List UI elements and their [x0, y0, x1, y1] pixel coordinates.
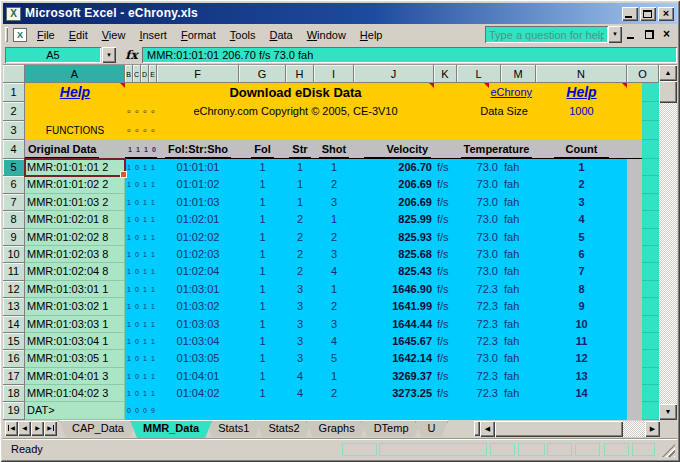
- cell-G15[interactable]: 1: [239, 333, 286, 350]
- cell-D6[interactable]: 1: [141, 176, 149, 193]
- cell-M6[interactable]: fah: [501, 176, 536, 193]
- cell-H14[interactable]: 3: [286, 316, 314, 333]
- cell-J16[interactable]: 1642.14: [354, 350, 434, 367]
- row-header-10[interactable]: 10: [3, 246, 25, 263]
- cell-I7[interactable]: 3: [314, 194, 354, 211]
- cell-E12[interactable]: 1: [149, 281, 157, 298]
- cell-A19[interactable]: DAT>: [25, 402, 125, 419]
- cell-O14[interactable]: [642, 316, 659, 333]
- select-all-corner[interactable]: [3, 65, 25, 83]
- cell-K16[interactable]: f/s: [434, 350, 457, 367]
- cell-I15[interactable]: 4: [314, 333, 354, 350]
- cell-G5[interactable]: 1: [239, 159, 286, 176]
- workbook-restore-button[interactable]: [642, 27, 657, 42]
- scroll-down-button[interactable]: ▼: [659, 404, 677, 420]
- cell-row2-E[interactable]: o: [149, 102, 157, 121]
- cell-O6[interactable]: [642, 176, 659, 193]
- column-header-E[interactable]: E: [149, 65, 157, 83]
- cell-D18[interactable]: 1: [141, 385, 149, 402]
- cell-C10[interactable]: 0: [133, 246, 141, 263]
- cell-E8[interactable]: 1: [149, 211, 157, 228]
- cell-E18[interactable]: 1: [149, 385, 157, 402]
- cell-M11[interactable]: fah: [501, 263, 536, 280]
- cell-O8[interactable]: [642, 211, 659, 228]
- cell-F3-J3[interactable]: [157, 121, 434, 140]
- cell-D9[interactable]: 1: [141, 229, 149, 246]
- cell-C6[interactable]: 0: [133, 176, 141, 193]
- cell-B9[interactable]: 1: [125, 229, 133, 246]
- cell-B10[interactable]: 1: [125, 246, 133, 263]
- column-header-F[interactable]: F: [157, 65, 239, 83]
- cell-A11[interactable]: MMR:01:02:04 8: [25, 263, 125, 280]
- cell-K3-M3[interactable]: [434, 121, 536, 140]
- cell-J13[interactable]: 1641.99: [354, 298, 434, 315]
- cell-F8[interactable]: 01:02:01: [157, 211, 239, 228]
- cell-K12[interactable]: f/s: [434, 281, 457, 298]
- resize-grip[interactable]: [662, 444, 675, 457]
- sheet-tab-cap_data[interactable]: CAP_Data: [59, 420, 137, 437]
- cell-K17[interactable]: f/s: [434, 368, 457, 385]
- cell-row4-B[interactable]: 1: [125, 140, 133, 158]
- cell-G16[interactable]: 1: [239, 350, 286, 367]
- cell-K6[interactable]: f/s: [434, 176, 457, 193]
- scroll-left-button[interactable]: ◀: [480, 421, 495, 437]
- cell-F18[interactable]: 01:04:02: [157, 385, 239, 402]
- cell-row4-D[interactable]: 1: [141, 140, 149, 158]
- cell-B16[interactable]: 1: [125, 350, 133, 367]
- cell-row3-B[interactable]: o: [125, 121, 133, 140]
- row-header-8[interactable]: 8: [3, 211, 25, 228]
- header-original-data[interactable]: Original Data: [25, 140, 125, 159]
- cell-F15[interactable]: 01:03:04: [157, 333, 239, 350]
- cell-I17[interactable]: 1: [314, 368, 354, 385]
- functions-label[interactable]: FUNCTIONS: [25, 121, 125, 140]
- cell-N12[interactable]: 8: [536, 281, 627, 298]
- cell-J12[interactable]: 1646.90: [354, 281, 434, 298]
- cell-A17[interactable]: MMR:01:04:01 3: [25, 368, 125, 385]
- cell-M16[interactable]: fah: [501, 350, 536, 367]
- row-header-12[interactable]: 12: [3, 281, 25, 298]
- row-header-11[interactable]: 11: [3, 263, 25, 280]
- cell-D7[interactable]: 1: [141, 194, 149, 211]
- cell-L15[interactable]: 72.3: [457, 333, 501, 350]
- cell-D12[interactable]: 1: [141, 281, 149, 298]
- cell-D10[interactable]: 1: [141, 246, 149, 263]
- sheet-tab-dtemp[interactable]: DTemp: [361, 420, 422, 437]
- cell-N1-help-link[interactable]: Help: [536, 83, 627, 102]
- cell-N17[interactable]: 13: [536, 368, 627, 385]
- cell-H8[interactable]: 2: [286, 211, 314, 228]
- cell-K15[interactable]: f/s: [434, 333, 457, 350]
- cell-N7[interactable]: 3: [536, 194, 627, 211]
- cell-H15[interactable]: 3: [286, 333, 314, 350]
- cell-K11[interactable]: f/s: [434, 263, 457, 280]
- cell-J15[interactable]: 1645.67: [354, 333, 434, 350]
- sheet-tab-graphs[interactable]: Graphs: [306, 420, 368, 437]
- cell-B1-E1[interactable]: [125, 83, 157, 102]
- column-header-H[interactable]: H: [286, 65, 314, 83]
- cell-E17[interactable]: 1: [149, 368, 157, 385]
- cell-L13[interactable]: 72.3: [457, 298, 501, 315]
- cell-E10[interactable]: 1: [149, 246, 157, 263]
- cell-M12[interactable]: fah: [501, 281, 536, 298]
- cell-M13[interactable]: fah: [501, 298, 536, 315]
- cell-N14[interactable]: 10: [536, 316, 627, 333]
- cell-C7[interactable]: 0: [133, 194, 141, 211]
- column-header-B[interactable]: B: [125, 65, 133, 83]
- cell-C8[interactable]: 0: [133, 211, 141, 228]
- vertical-scrollbar[interactable]: ▲ ▼: [659, 65, 677, 420]
- cell-B5[interactable]: 1: [125, 159, 133, 176]
- cell-F14[interactable]: 01:03:03: [157, 316, 239, 333]
- cell-I16[interactable]: 5: [314, 350, 354, 367]
- cell-O15[interactable]: [642, 333, 659, 350]
- cell-K13[interactable]: f/s: [434, 298, 457, 315]
- cell-row3-C[interactable]: o: [133, 121, 141, 140]
- cell-G9[interactable]: 1: [239, 229, 286, 246]
- next-sheet-button[interactable]: ▶: [31, 421, 44, 436]
- column-header-D[interactable]: D: [141, 65, 149, 83]
- row-header-3[interactable]: 3: [3, 121, 25, 140]
- cell-J17[interactable]: 3269.37: [354, 368, 434, 385]
- cell-G12[interactable]: 1: [239, 281, 286, 298]
- cell-I8[interactable]: 1: [314, 211, 354, 228]
- cell-F19-N19[interactable]: [157, 402, 627, 419]
- cell-L6[interactable]: 73.0: [457, 176, 501, 193]
- menu-help[interactable]: Help: [353, 26, 390, 44]
